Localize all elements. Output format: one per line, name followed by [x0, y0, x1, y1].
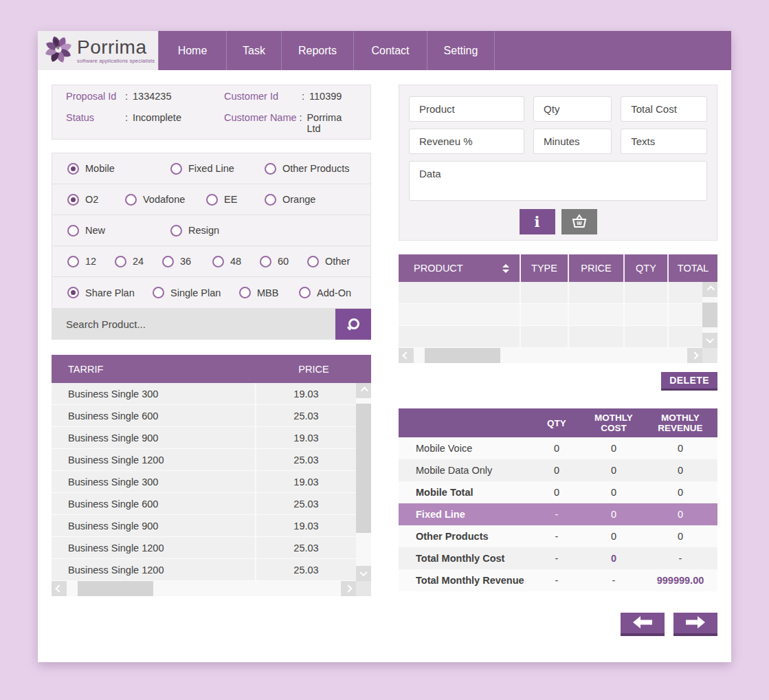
tariff-row[interactable]: Business Single 30019.03	[52, 383, 356, 405]
radio-icon	[115, 256, 126, 267]
chevron-down-icon	[359, 569, 367, 576]
radio-add-on[interactable]: Add-On	[299, 287, 351, 298]
scroll-up-button[interactable]	[702, 282, 717, 297]
radio-o2[interactable]: O2	[67, 194, 125, 206]
radio-12[interactable]: 12	[67, 256, 115, 267]
tariff-row[interactable]: Business Single 30019.03	[52, 471, 356, 493]
product-entry-panel: i	[399, 85, 717, 241]
scroll-thumb[interactable]	[356, 404, 371, 533]
scroll-thumb[interactable]	[425, 348, 500, 363]
scroll-down-button[interactable]	[356, 566, 371, 581]
radio-icon	[307, 256, 319, 267]
arrow-left-icon	[633, 616, 652, 631]
scrollbar-corner	[702, 348, 717, 363]
radio-icon	[67, 225, 79, 237]
search-button[interactable]	[335, 309, 371, 340]
scroll-right-button[interactable]	[341, 581, 356, 596]
radio-48[interactable]: 48	[212, 256, 260, 267]
nav-item-setting[interactable]: Setting	[427, 31, 495, 70]
chevron-up-icon	[707, 285, 715, 293]
radio-orange[interactable]: Orange	[265, 194, 315, 206]
radio-60[interactable]: 60	[260, 256, 307, 267]
radio-resign[interactable]: Resign	[170, 225, 219, 237]
selected-products-table: PRODUCT TYPE PRICE QTY TOTAL	[399, 254, 717, 363]
radio-ee[interactable]: EE	[206, 194, 265, 206]
info-button[interactable]: i	[520, 209, 555, 234]
radio-icon	[67, 163, 79, 175]
tariff-table-header: TARRIF PRICE	[52, 355, 371, 383]
radio-icon	[265, 163, 276, 175]
logo: Porrima software applications specialist…	[38, 31, 158, 70]
add-to-basket-button[interactable]	[561, 209, 597, 234]
radio-vodafone[interactable]: Vodafone	[125, 194, 206, 206]
search-input[interactable]	[52, 309, 335, 340]
minutes-field[interactable]	[533, 129, 612, 154]
nav-item-contact[interactable]: Contact	[354, 31, 427, 70]
chevron-down-icon	[706, 336, 713, 343]
customer-id-value: 110399	[309, 91, 342, 102]
radio-icon	[67, 287, 79, 298]
radio-icon	[153, 287, 164, 298]
radio-icon	[162, 256, 174, 267]
status-value: Incomplete	[133, 112, 181, 134]
sort-icon[interactable]	[502, 264, 509, 273]
tariff-row[interactable]: Business Single 60025.03	[52, 493, 356, 515]
nav-item-reports[interactable]: Reports	[282, 31, 354, 70]
scroll-up-button[interactable]	[356, 383, 371, 398]
data-field[interactable]	[409, 161, 707, 201]
chevron-left-icon	[402, 351, 410, 359]
column-header-product[interactable]: PRODUCT	[399, 254, 521, 282]
revenue-field[interactable]	[409, 129, 524, 154]
nav-item-home[interactable]: Home	[158, 31, 227, 70]
products-vertical-scrollbar	[702, 282, 717, 348]
customer-name-field: Customer Name : Porrima Ltd	[224, 112, 357, 134]
tariff-horizontal-scrollbar	[52, 581, 371, 596]
radio-icon	[170, 225, 182, 237]
radio-other-term[interactable]: Other	[307, 256, 350, 267]
radio-24[interactable]: 24	[115, 256, 162, 267]
radio-group-network: O2 Vodafone EE Orange	[52, 184, 370, 215]
next-button[interactable]	[673, 613, 717, 636]
delete-button[interactable]: DELETE	[661, 372, 717, 391]
tariff-row[interactable]: Business Single 90019.03	[52, 427, 356, 449]
tariff-row[interactable]: Business Single 90019.03	[52, 515, 356, 537]
radio-icon	[125, 194, 137, 206]
tariff-row[interactable]: Business Single 60025.03	[52, 405, 356, 427]
table-row[interactable]	[399, 326, 702, 348]
brand-name: Porrima	[77, 38, 155, 57]
qty-field[interactable]	[533, 96, 612, 122]
tariff-row[interactable]: Business Single 120025.03	[52, 449, 356, 471]
summary-row-mobile-data-only: Mobile Data Only000	[399, 459, 717, 481]
tariff-table: TARRIF PRICE Business Single 30019.03 Bu…	[52, 355, 371, 596]
radio-new[interactable]: New	[67, 225, 170, 237]
scroll-thumb[interactable]	[78, 581, 153, 596]
summary-row-total-monthly-revenue: Total Monthly Revenue--999999.00	[399, 569, 717, 591]
scroll-right-button[interactable]	[687, 348, 702, 363]
radio-other-products[interactable]: Other Products	[265, 163, 350, 175]
tariff-row[interactable]: Business Single 120025.03	[52, 559, 356, 581]
radio-icon	[299, 287, 311, 298]
radio-share-plan[interactable]: Share Plan	[67, 287, 153, 298]
radio-mbb[interactable]: MBB	[239, 287, 299, 298]
table-row[interactable]	[399, 304, 702, 326]
scroll-left-button[interactable]	[399, 348, 414, 363]
tariff-row[interactable]: Business Single 120025.03	[52, 537, 356, 559]
radio-fixed-line[interactable]: Fixed Line	[170, 163, 265, 175]
previous-button[interactable]	[621, 613, 665, 636]
scroll-left-button[interactable]	[52, 581, 67, 596]
product-field[interactable]	[409, 96, 524, 122]
table-row[interactable]	[399, 282, 702, 304]
radio-icon	[265, 194, 276, 206]
radio-mobile[interactable]: Mobile	[67, 163, 170, 175]
scroll-down-button[interactable]	[702, 333, 717, 348]
column-header-monthly-cost: MOTHLY COST	[584, 413, 643, 433]
radio-single-plan[interactable]: Single Plan	[153, 287, 239, 298]
tariff-vertical-scrollbar	[356, 383, 371, 581]
radio-36[interactable]: 36	[162, 256, 212, 267]
scroll-thumb[interactable]	[702, 303, 717, 327]
radio-group-contract: New Resign	[52, 215, 370, 246]
texts-field[interactable]	[621, 129, 707, 154]
radio-icon	[239, 287, 251, 298]
total-cost-field[interactable]	[621, 96, 707, 122]
nav-item-task[interactable]: Task	[227, 31, 282, 70]
